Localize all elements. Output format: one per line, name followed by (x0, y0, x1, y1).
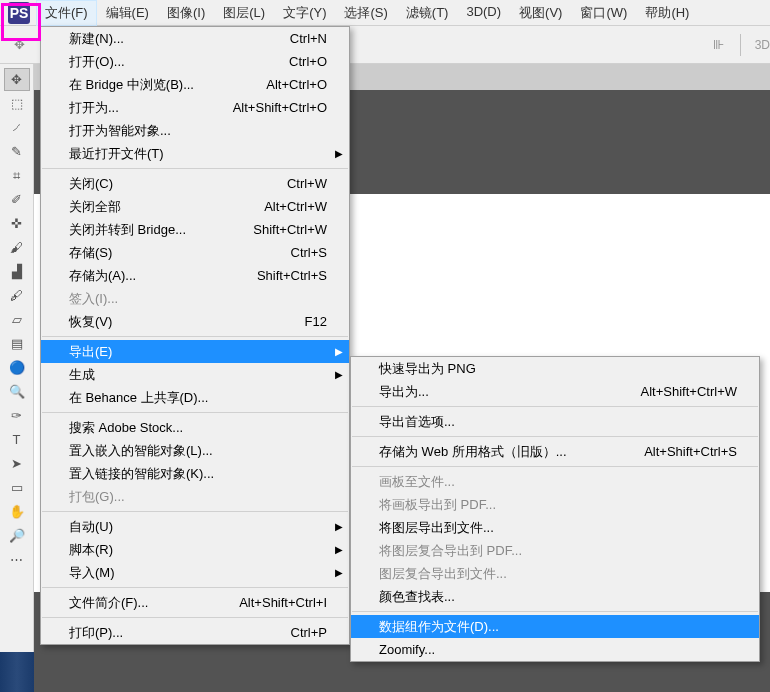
menu-视图[interactable]: 视图(V) (510, 0, 571, 26)
shape-tool[interactable]: ▭ (4, 476, 30, 499)
eyedropper-tool[interactable]: ✐ (4, 188, 30, 211)
export-menu-item-3[interactable]: 导出首选项... (351, 410, 759, 433)
file-menu-item-4[interactable]: 打开为智能对象... (41, 119, 349, 142)
stamp-tool[interactable]: ▟ (4, 260, 30, 283)
menu-item-shortcut: Alt+Shift+Ctrl+I (219, 595, 327, 610)
menu-item-label: 脚本(R) (69, 541, 113, 559)
menu-选择[interactable]: 选择(S) (335, 0, 396, 26)
menu-item-shortcut: F12 (285, 314, 327, 329)
file-menu-item-9[interactable]: 关闭并转到 Bridge...Shift+Ctrl+W (41, 218, 349, 241)
blur-tool[interactable]: 🔵 (4, 356, 30, 379)
gradient-tool[interactable]: ▤ (4, 332, 30, 355)
zoom-tool[interactable]: 🔎 (4, 524, 30, 547)
hand-tool[interactable]: ✋ (4, 500, 30, 523)
menu-item-label: 签入(I)... (69, 290, 118, 308)
menu-图像[interactable]: 图像(I) (158, 0, 214, 26)
type-tool[interactable]: T (4, 428, 30, 451)
menu-帮助[interactable]: 帮助(H) (636, 0, 698, 26)
distribute-icon[interactable]: ⊪ (708, 34, 730, 56)
file-menu-item-2[interactable]: 在 Bridge 中浏览(B)...Alt+Ctrl+O (41, 73, 349, 96)
file-menu-item-3[interactable]: 打开为...Alt+Shift+Ctrl+O (41, 96, 349, 119)
menu-文件[interactable]: 文件(F) (36, 0, 97, 26)
file-menu-item-28[interactable]: 文件简介(F)...Alt+Shift+Ctrl+I (41, 591, 349, 614)
menu-item-shortcut: Ctrl+W (267, 176, 327, 191)
file-menu-item-24[interactable]: 自动(U)▶ (41, 515, 349, 538)
export-menu-item-12[interactable]: 颜色查找表... (351, 585, 759, 608)
lasso-tool[interactable]: ⟋ (4, 116, 30, 139)
export-menu-item-9[interactable]: 将图层导出到文件... (351, 516, 759, 539)
menu-item-shortcut: Shift+Ctrl+S (237, 268, 327, 283)
color-swatches[interactable] (0, 652, 34, 692)
submenu-arrow-icon: ▶ (335, 148, 343, 159)
export-menu-item-7: 画板至文件... (351, 470, 759, 493)
quick-select-tool[interactable]: ✎ (4, 140, 30, 163)
menu-item-label: 打开(O)... (69, 53, 125, 71)
move-tool[interactable]: ✥ (4, 68, 30, 91)
healing-tool[interactable]: ✜ (4, 212, 30, 235)
file-menu-item-19[interactable]: 搜索 Adobe Stock... (41, 416, 349, 439)
export-menu-item-0[interactable]: 快速导出为 PNG (351, 357, 759, 380)
file-menu-item-13[interactable]: 恢复(V)F12 (41, 310, 349, 333)
file-menu-item-22: 打包(G)... (41, 485, 349, 508)
file-menu-item-5[interactable]: 最近打开文件(T)▶ (41, 142, 349, 165)
menu-文字[interactable]: 文字(Y) (274, 0, 335, 26)
menu-item-label: 颜色查找表... (379, 588, 455, 606)
export-menu-item-5[interactable]: 存储为 Web 所用格式（旧版）...Alt+Shift+Ctrl+S (351, 440, 759, 463)
menu-窗口[interactable]: 窗口(W) (571, 0, 636, 26)
crop-tool[interactable]: ⌗ (4, 164, 30, 187)
menu-item-label: 存储为 Web 所用格式（旧版）... (379, 443, 567, 461)
pen-tool[interactable]: ✑ (4, 404, 30, 427)
menu-item-shortcut: Alt+Shift+Ctrl+W (621, 384, 737, 399)
menu-item-label: 数据组作为文件(D)... (379, 618, 499, 636)
brush-tool[interactable]: 🖌 (4, 236, 30, 259)
menu-bar: PS 文件(F)编辑(E)图像(I)图层(L)文字(Y)选择(S)滤镜(T)3D… (0, 0, 770, 26)
menu-item-label: 快速导出为 PNG (379, 360, 476, 378)
menu-item-label: 将图层导出到文件... (379, 519, 494, 537)
export-menu-item-15[interactable]: Zoomify... (351, 638, 759, 661)
menu-3d[interactable]: 3D(D) (457, 0, 510, 26)
menu-编辑[interactable]: 编辑(E) (97, 0, 158, 26)
file-menu-item-1[interactable]: 打开(O)...Ctrl+O (41, 50, 349, 73)
menu-item-label: 打印(P)... (69, 624, 123, 642)
file-menu-item-0[interactable]: 新建(N)...Ctrl+N (41, 27, 349, 50)
menu-item-shortcut: Ctrl+O (269, 54, 327, 69)
menu-item-label: 导出(E) (69, 343, 112, 361)
file-menu-item-11[interactable]: 存储为(A)...Shift+Ctrl+S (41, 264, 349, 287)
mode-3d-label[interactable]: 3D (755, 38, 770, 52)
menu-item-label: 生成 (69, 366, 95, 384)
export-menu-item-1[interactable]: 导出为...Alt+Shift+Ctrl+W (351, 380, 759, 403)
file-menu-item-15[interactable]: 导出(E)▶ (41, 340, 349, 363)
menu-item-label: 存储为(A)... (69, 267, 136, 285)
file-menu-item-25[interactable]: 脚本(R)▶ (41, 538, 349, 561)
file-menu-item-7[interactable]: 关闭(C)Ctrl+W (41, 172, 349, 195)
menu-item-label: 关闭(C) (69, 175, 113, 193)
eraser-tool[interactable]: ▱ (4, 308, 30, 331)
file-menu-item-21[interactable]: 置入链接的智能对象(K)... (41, 462, 349, 485)
menu-item-shortcut: Alt+Shift+Ctrl+S (624, 444, 737, 459)
tool-panel: ✥⬚⟋✎⌗✐✜🖌▟🖋▱▤🔵🔍✑T➤▭✋🔎⋯ (0, 64, 34, 692)
menu-item-label: 画板至文件... (379, 473, 455, 491)
menu-图层[interactable]: 图层(L) (214, 0, 274, 26)
export-menu-item-8: 将画板导出到 PDF... (351, 493, 759, 516)
menu-item-label: 打包(G)... (69, 488, 125, 506)
file-menu-item-17[interactable]: 在 Behance 上共享(D)... (41, 386, 349, 409)
file-menu-item-26[interactable]: 导入(M)▶ (41, 561, 349, 584)
file-menu-item-30[interactable]: 打印(P)...Ctrl+P (41, 621, 349, 644)
menu-item-label: 自动(U) (69, 518, 113, 536)
menu-item-label: 恢复(V) (69, 313, 112, 331)
more-tool[interactable]: ⋯ (4, 548, 30, 571)
dodge-tool[interactable]: 🔍 (4, 380, 30, 403)
export-menu-item-14[interactable]: 数据组作为文件(D)... (351, 615, 759, 638)
path-select-tool[interactable]: ➤ (4, 452, 30, 475)
menu-item-label: 置入嵌入的智能对象(L)... (69, 442, 213, 460)
tool-preset-icon[interactable]: ✥ (8, 34, 30, 56)
menu-item-label: 在 Behance 上共享(D)... (69, 389, 208, 407)
file-menu-item-8[interactable]: 关闭全部Alt+Ctrl+W (41, 195, 349, 218)
menu-滤镜[interactable]: 滤镜(T) (397, 0, 458, 26)
file-menu-item-16[interactable]: 生成▶ (41, 363, 349, 386)
marquee-tool[interactable]: ⬚ (4, 92, 30, 115)
file-menu-item-20[interactable]: 置入嵌入的智能对象(L)... (41, 439, 349, 462)
file-menu-item-10[interactable]: 存储(S)Ctrl+S (41, 241, 349, 264)
history-brush-tool[interactable]: 🖋 (4, 284, 30, 307)
menu-item-label: 搜索 Adobe Stock... (69, 419, 183, 437)
